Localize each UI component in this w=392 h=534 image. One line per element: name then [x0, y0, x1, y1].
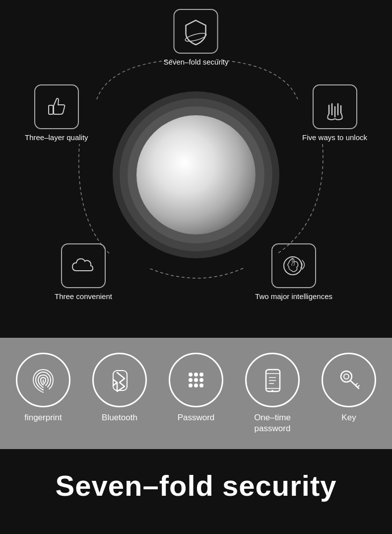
- unlock-key: Key: [317, 353, 381, 423]
- password-circle: [169, 353, 223, 407]
- unlock-bluetooth: Bluetooth: [87, 353, 152, 423]
- unlock-password: Password: [164, 353, 228, 423]
- bluetooth-circle: [92, 353, 147, 407]
- svg-point-11: [194, 383, 198, 387]
- svg-point-0: [185, 32, 207, 43]
- svg-point-2: [284, 257, 302, 275]
- svg-line-23: [355, 383, 357, 385]
- bottom-title: Seven–fold security: [56, 469, 337, 502]
- svg-point-16: [271, 390, 273, 392]
- svg-point-8: [194, 378, 198, 382]
- center-circle: [136, 115, 256, 234]
- key-circle: [322, 353, 376, 407]
- svg-rect-1: [49, 105, 53, 114]
- icon-right-label: Five ways to unlock: [302, 133, 367, 142]
- otp-circle: [245, 353, 300, 407]
- icon-five-ways: Five ways to unlock: [302, 84, 367, 142]
- bottom-section: Seven–fold security: [0, 449, 392, 522]
- fingerprint-label: fingerprint: [24, 412, 62, 423]
- svg-point-5: [194, 373, 198, 377]
- svg-point-12: [199, 383, 203, 387]
- svg-point-7: [189, 378, 193, 382]
- icon-left-label: Three–layer quality: [25, 133, 88, 142]
- svg-point-4: [189, 373, 193, 377]
- unlock-otp: One–time password: [240, 353, 305, 434]
- svg-point-9: [199, 378, 203, 382]
- svg-point-6: [199, 373, 203, 377]
- icon-three-layer: Three–layer quality: [25, 84, 88, 142]
- icon-bottom-right-label: Two major intelligences: [255, 292, 332, 301]
- key-label: Key: [341, 412, 356, 423]
- otp-label: One–time password: [254, 412, 291, 434]
- icon-seven-fold: Seven–fold security: [164, 9, 229, 66]
- bluetooth-label: Bluetooth: [102, 412, 137, 423]
- icon-top-label: Seven–fold security: [164, 58, 229, 66]
- svg-line-25: [357, 385, 359, 387]
- svg-point-21: [344, 374, 349, 379]
- icon-three-convenient: Three convenient: [55, 243, 112, 301]
- middle-section: fingerprint Bluetooth: [0, 338, 392, 449]
- svg-point-10: [189, 383, 193, 387]
- icon-bottom-left-label: Three convenient: [55, 292, 112, 301]
- unlock-fingerprint: fingerprint: [11, 353, 75, 423]
- icon-two-intelligences: Two major intelligences: [255, 243, 332, 301]
- password-label: Password: [178, 412, 215, 423]
- fingerprint-circle: [16, 353, 70, 407]
- top-section: Seven–fold security Three–layer quality: [0, 0, 392, 338]
